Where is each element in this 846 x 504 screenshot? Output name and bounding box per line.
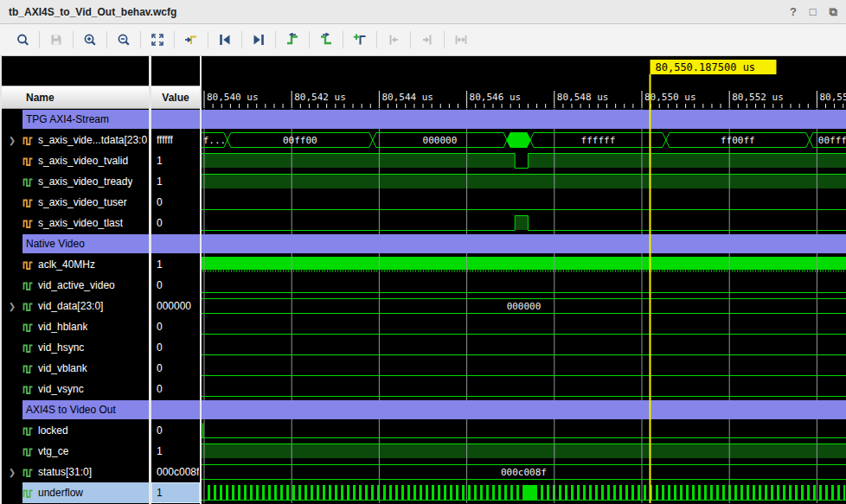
- signal-row[interactable]: s_axis_video_tvalid: [2, 150, 149, 171]
- signal-value-cell[interactable]: 1: [151, 150, 200, 171]
- signal-row[interactable]: aclk_40MHz: [2, 254, 149, 275]
- group-label: AXI4S to Video Out: [26, 404, 116, 416]
- signal-row[interactable]: vid_hblank: [2, 316, 149, 337]
- signal-icon: [22, 446, 34, 457]
- group-divider-value-cell[interactable]: [151, 233, 200, 254]
- signal-value-cell[interactable]: 0: [151, 420, 200, 441]
- row-content: s_axis_video_tvalid: [22, 150, 149, 171]
- toolbar-search-button[interactable]: [11, 29, 34, 51]
- signal-row[interactable]: vtg_ce: [2, 441, 149, 462]
- signal-value: 1: [151, 445, 163, 457]
- toolbar-previous-transition-button[interactable]: [214, 29, 236, 51]
- waveform-canvas[interactable]: f...00ff00000000ffffffff00ff00fff0000000…: [202, 56, 846, 503]
- titlebar-icons: ?□⧉: [777, 6, 837, 17]
- group-divider-row[interactable]: Native Video: [2, 233, 149, 254]
- signal-row[interactable]: locked: [2, 420, 149, 441]
- signal-icon: [22, 384, 34, 395]
- svg-text:80,544 us: 80,544 us: [381, 92, 433, 103]
- signal-value-cell[interactable]: 0: [151, 316, 200, 337]
- zoom-to-cursor-icon: [184, 33, 198, 47]
- signal-row[interactable]: vid_active_video: [2, 275, 149, 296]
- svg-text:80,546 us: 80,546 us: [470, 92, 522, 103]
- waveform-panel[interactable]: f...00ff00000000ffffffff00ff00fff0000000…: [202, 56, 846, 504]
- toolbar-separator: [343, 31, 343, 48]
- signal-row[interactable]: s_axis_video_tuser: [2, 192, 149, 213]
- toolbar-zoom-in-button[interactable]: [79, 29, 101, 51]
- signal-row[interactable]: ❯status[31:0]: [2, 462, 149, 482]
- signal-value-cell[interactable]: 000000: [151, 296, 200, 316]
- signal-value: 0: [151, 217, 163, 229]
- group-divider-value-cell[interactable]: [151, 399, 200, 420]
- toolbar-add-marker-button[interactable]: [349, 29, 371, 51]
- previous-marker-icon: [387, 33, 401, 47]
- search-icon: [16, 33, 29, 47]
- signal-value-cell[interactable]: 0: [151, 213, 200, 233]
- signal-value-cell[interactable]: 0: [151, 337, 200, 358]
- name-panel-spacer: [2, 56, 149, 86]
- signal-row[interactable]: ❯vid_data[23:0]: [2, 296, 149, 316]
- titlebar: tb_AXI4S_to_Vid_Out_behav.wcfg ?□⧉: [0, 0, 846, 24]
- signal-value-cell[interactable]: 1: [151, 482, 200, 503]
- signal-value: 1: [151, 155, 163, 167]
- row-gutter: [2, 275, 22, 296]
- signal-row[interactable]: s_axis_video_tlast: [2, 213, 149, 233]
- help-icon[interactable]: ?: [790, 6, 797, 17]
- toolbar-zoom-out-button[interactable]: [112, 29, 135, 51]
- signal-value-cell[interactable]: 000c008f: [151, 462, 200, 482]
- expand-arrow[interactable]: ❯: [2, 130, 22, 150]
- toolbar-separator: [444, 31, 445, 48]
- divider-band: [151, 234, 200, 253]
- signal-value-cell[interactable]: 0: [151, 379, 200, 399]
- bus-signal-icon: [22, 467, 34, 478]
- signal-name: s_axis_video_tlast: [38, 217, 123, 229]
- toolbar-next-rising-edge-button[interactable]: [315, 29, 337, 51]
- toolbar: [0, 24, 846, 56]
- signal-icon: [22, 218, 34, 229]
- toolbar-zoom-fit-button[interactable]: [146, 29, 169, 51]
- signal-value-cell[interactable]: 0: [151, 192, 200, 213]
- signal-value-cell[interactable]: 1: [151, 441, 200, 462]
- group-divider-row[interactable]: TPG AXI4-Stream: [2, 109, 149, 130]
- toolbar-next-transition-button[interactable]: [247, 29, 270, 51]
- signal-value-cell[interactable]: 0: [151, 275, 200, 296]
- signal-value: ffffff: [151, 134, 173, 146]
- save-icon: [49, 33, 63, 47]
- signal-value-cell[interactable]: 1: [151, 254, 200, 275]
- value-panel-spacer: [151, 56, 200, 86]
- svg-text:00ff00: 00ff00: [283, 135, 317, 146]
- row-content: locked: [22, 420, 149, 441]
- signal-value-cell[interactable]: 0: [151, 358, 200, 379]
- zoom-out-icon: [117, 33, 131, 47]
- row-content: underflow: [22, 482, 149, 503]
- expand-arrow[interactable]: ❯: [2, 462, 22, 482]
- signal-name: s_axis_video_tuser: [38, 196, 127, 208]
- signal-value: 1: [151, 487, 163, 499]
- signal-value-cell[interactable]: 1: [151, 171, 200, 192]
- signal-row[interactable]: s_axis_video_tready: [2, 171, 149, 192]
- row-gutter: [2, 171, 22, 192]
- row-gutter: [2, 441, 22, 462]
- name-column-header[interactable]: Name: [2, 86, 149, 109]
- signal-value: 0: [151, 279, 163, 291]
- signal-name: status[31:0]: [38, 466, 92, 478]
- toolbar-zoom-to-cursor-button[interactable]: [180, 29, 202, 51]
- signal-row[interactable]: vid_vblank: [2, 358, 149, 379]
- signal-name: vid_hsync: [38, 341, 84, 354]
- signal-value-cell[interactable]: ffffff: [151, 130, 200, 150]
- signal-row[interactable]: ❯s_axis_vide...tdata[23:0: [2, 130, 149, 150]
- float-icon[interactable]: □: [810, 6, 817, 17]
- toolbar-separator: [376, 31, 377, 48]
- expand-arrow[interactable]: ❯: [2, 296, 22, 316]
- signal-name: vid_data[23:0]: [38, 300, 103, 312]
- signal-name: vtg_ce: [38, 445, 68, 457]
- signal-row[interactable]: vid_hsync: [2, 337, 149, 358]
- group-divider-value-cell[interactable]: [151, 109, 200, 130]
- group-divider-row[interactable]: AXI4S to Video Out: [2, 399, 149, 420]
- signal-row[interactable]: vid_vsync: [2, 379, 149, 399]
- signal-row[interactable]: underflow: [2, 482, 149, 503]
- toolbar-previous-rising-edge-button[interactable]: [281, 29, 304, 51]
- value-column-header[interactable]: Value: [151, 86, 200, 109]
- external-window-icon[interactable]: ⧉: [830, 6, 837, 17]
- toolbar-swap-cursors-button: [450, 29, 472, 51]
- zoom-in-icon: [83, 33, 97, 47]
